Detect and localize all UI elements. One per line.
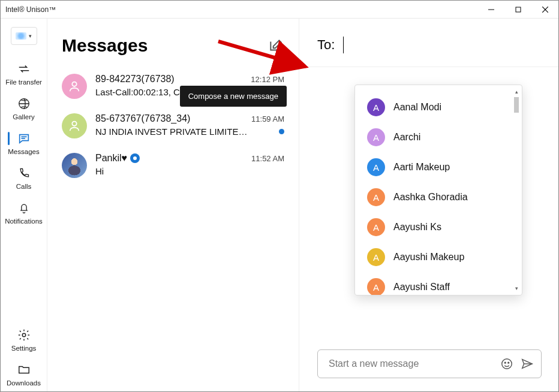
maximize-button[interactable] <box>504 1 531 18</box>
sidebar-item-downloads[interactable]: Downloads <box>1 357 47 391</box>
messages-pane: Messages Compose a new message <box>47 19 299 391</box>
contact-row[interactable]: AAayushi Staff <box>355 272 522 295</box>
thread-preview: Hi <box>95 166 104 176</box>
compose-button[interactable] <box>268 37 284 54</box>
contact-name: Aayushi Staff <box>393 282 450 293</box>
sidebar-item-gallery[interactable]: Gallery <box>1 91 47 125</box>
scroll-thumb[interactable] <box>514 97 519 113</box>
window-title: Intel® Unison™ <box>5 5 56 14</box>
close-icon <box>542 7 548 13</box>
nav-label: Gallery <box>13 113 34 120</box>
nav-label: Notifications <box>5 218 43 225</box>
emoji-icon <box>500 357 513 370</box>
contacts-dropdown: AAanal ModiAAarchiAAarti MakeupAAashka G… <box>354 85 522 295</box>
sidebar: ▾ File transfer Gallery Messages <box>1 19 47 391</box>
message-input[interactable] <box>329 358 493 369</box>
maximize-icon <box>515 7 521 13</box>
target-icon <box>130 153 140 163</box>
svg-rect-1 <box>516 7 521 12</box>
compose-bar <box>317 349 542 378</box>
svg-point-12 <box>504 362 506 363</box>
person-icon <box>68 80 81 93</box>
thread-time: 11:59 AM <box>251 114 284 123</box>
thread-preview: NJ INDIA INVEST PRIVATE LIMITE… <box>95 126 247 137</box>
thread-sender: Pankil♥ <box>95 153 140 164</box>
to-label: To: <box>317 37 335 53</box>
scrollbar[interactable]: ▴ ▾ <box>512 88 521 293</box>
unread-indicator <box>279 129 284 134</box>
svg-point-7 <box>22 333 26 337</box>
gear-icon <box>17 328 31 342</box>
contact-name: Aanal Modi <box>393 102 441 113</box>
aperture-icon <box>17 97 31 111</box>
minimize-icon <box>488 7 494 13</box>
contact-name: Aarchi <box>393 132 420 143</box>
svg-point-11 <box>502 359 512 369</box>
sidebar-item-messages[interactable]: Messages <box>1 125 47 160</box>
text-caret <box>343 37 344 53</box>
to-row: To: <box>299 19 558 67</box>
bell-icon <box>18 201 30 215</box>
minimize-button[interactable] <box>477 1 504 18</box>
compose-tooltip: Compose a new message <box>180 86 287 107</box>
thread-sender: 89-842273(76738) <box>95 74 175 85</box>
nav-label: Settings <box>11 345 37 352</box>
app-window: Intel® Unison™ ▾ File trans <box>0 0 559 392</box>
phone-icon <box>18 166 30 180</box>
nav-label: Downloads <box>7 379 41 387</box>
transfer-icon <box>17 62 31 76</box>
nav-label: Calls <box>16 183 32 190</box>
device-icon <box>16 32 26 40</box>
avatar <box>62 74 87 99</box>
contact-row[interactable]: AAarti Makeup <box>355 152 522 182</box>
contact-avatar: A <box>367 248 385 266</box>
message-thread[interactable]: Pankil♥ 11:52 AM Hi <box>57 146 289 185</box>
compose-icon <box>268 38 284 53</box>
contact-avatar: A <box>367 218 385 236</box>
title-bar: Intel® Unison™ <box>1 1 558 19</box>
avatar <box>62 153 87 178</box>
message-thread[interactable]: 85-673767(76738_34) 11:59 AM NJ INDIA IN… <box>57 106 289 146</box>
contact-avatar: A <box>367 158 385 176</box>
person-icon <box>68 119 81 132</box>
contact-name: Aayushi Ks <box>393 222 441 233</box>
to-input[interactable] <box>352 38 540 52</box>
sidebar-item-calls[interactable]: Calls <box>1 160 47 195</box>
sidebar-item-notifications[interactable]: Notifications <box>1 195 47 230</box>
thread-time: 11:52 AM <box>251 154 284 163</box>
svg-point-10 <box>72 122 76 126</box>
contact-avatar: A <box>367 98 385 116</box>
close-button[interactable] <box>531 1 558 18</box>
scroll-up-icon[interactable]: ▴ <box>512 88 521 96</box>
contact-row[interactable]: AAayushi Makeup <box>355 242 522 272</box>
contact-avatar: A <box>367 188 385 206</box>
thread-time: 12:12 PM <box>251 75 284 84</box>
nav-label: File transfer <box>5 79 42 86</box>
contact-name: Aashka Ghoradia <box>393 192 468 203</box>
emoji-button[interactable] <box>500 357 513 370</box>
sidebar-item-file-transfer[interactable]: File transfer <box>1 56 47 91</box>
page-title: Messages <box>62 35 148 56</box>
contact-row[interactable]: AAashka Ghoradia <box>355 182 522 212</box>
window-controls <box>477 1 558 18</box>
folder-icon <box>17 363 31 377</box>
send-icon <box>521 357 534 370</box>
avatar <box>62 113 87 138</box>
messages-header: Messages <box>47 19 299 67</box>
device-selector[interactable]: ▾ <box>11 27 37 45</box>
thread-sender: 85-673767(76738_34) <box>95 113 190 124</box>
contact-name: Aayushi Makeup <box>393 252 464 263</box>
contact-row[interactable]: AAanal Modi <box>355 92 522 122</box>
chat-icon <box>17 131 31 146</box>
sidebar-item-settings[interactable]: Settings <box>1 322 47 357</box>
contact-avatar: A <box>367 278 385 295</box>
chevron-down-icon: ▾ <box>29 33 32 39</box>
svg-point-9 <box>72 82 76 86</box>
send-button[interactable] <box>521 357 534 370</box>
contact-row[interactable]: AAayushi Ks <box>355 212 522 242</box>
scroll-down-icon[interactable]: ▾ <box>512 284 521 293</box>
contact-avatar: A <box>367 128 385 146</box>
message-list: 89-842273(76738) 12:12 PM Last-Call:00:0… <box>47 67 299 185</box>
nav-label: Messages <box>8 148 39 155</box>
contact-row[interactable]: AAarchi <box>355 122 522 152</box>
